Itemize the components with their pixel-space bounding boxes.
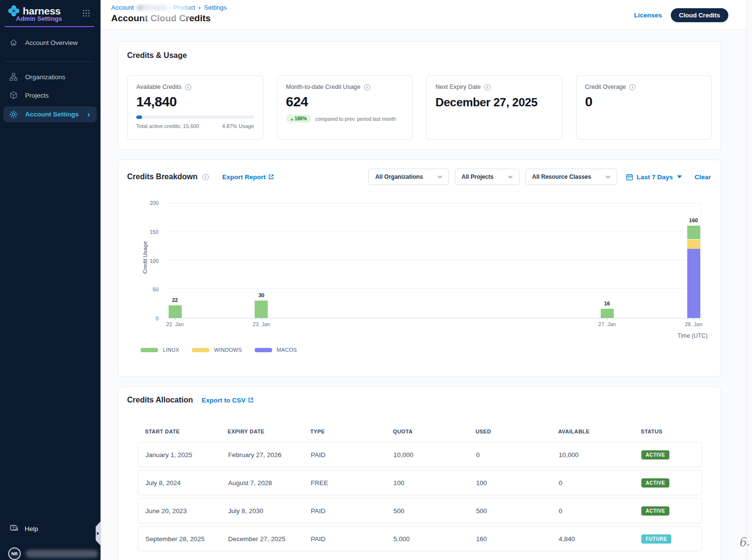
sidebar-item-account-settings[interactable]: Account Settings ›	[3, 106, 97, 122]
info-icon[interactable]: i	[364, 84, 370, 90]
table-row[interactable]: June 20, 2023July 8, 2030PAID5005000ACTI…	[138, 498, 702, 523]
credits-progress-fill	[136, 115, 142, 119]
legend-swatch-linux	[141, 348, 158, 352]
breadcrumb-settings[interactable]: Settings	[204, 4, 227, 11]
cloud-credits-button[interactable]: Cloud Credits	[671, 8, 728, 22]
legend-swatch-macos	[255, 348, 272, 352]
stat-label: Credit Overage	[585, 84, 626, 90]
info-icon[interactable]: i	[202, 174, 209, 180]
next-expiry-card: Next Expiry Date i December 27, 2025	[426, 75, 563, 140]
sidebar-item-account-overview[interactable]: Account Overview	[0, 34, 101, 51]
table-row[interactable]: July 8, 2024August 7, 2028FREE1001000ACT…	[138, 470, 702, 495]
user-row[interactable]: NB	[8, 547, 98, 560]
bar-segment-macos[interactable]	[687, 249, 700, 318]
breadcrumb-separator: ›	[198, 4, 202, 11]
redacted-account-name	[136, 5, 167, 11]
cell-available: 0	[559, 507, 641, 515]
page-header: Account - Product › Settings Account Clo…	[101, 0, 752, 30]
chart-x-axis: 22. Jan23. Jan27. Jan28. Jan	[167, 321, 701, 329]
y-tick-label: 150	[138, 229, 159, 235]
breadcrumb-account[interactable]: Account	[111, 4, 134, 11]
bar-segment-linux[interactable]	[687, 226, 700, 240]
x-tick-mark	[261, 318, 262, 320]
legend-item[interactable]: LINUX	[141, 347, 179, 353]
status-badge: ACTIVE	[641, 478, 669, 488]
trend-badge: ▲186%	[286, 115, 312, 123]
breadcrumb-product[interactable]: - Product	[170, 4, 195, 11]
redacted-user-name	[26, 550, 98, 558]
chart-y-axis: 050100150200	[138, 203, 163, 318]
bar-segment-linux[interactable]	[255, 301, 268, 318]
x-tick-label: 27. Jan	[588, 321, 626, 327]
legend-item[interactable]: WINDOWS	[192, 347, 242, 353]
column-header: TYPE	[310, 429, 393, 434]
legend-label: LINUX	[163, 347, 179, 353]
cell-type: PAID	[311, 535, 393, 543]
cube-icon	[9, 91, 18, 100]
usage-section-title: Credits & Usage	[127, 51, 712, 60]
stat-label: Next Expiry Date	[435, 84, 481, 90]
cell-quota: 10,000	[393, 451, 476, 459]
x-tick-label: 22. Jan	[156, 321, 194, 327]
bar-segment-linux[interactable]	[601, 309, 614, 318]
bar-value-label: 30	[252, 292, 271, 298]
allocation-section-title: Credits Allocation	[127, 396, 193, 404]
legend-item[interactable]: MACOS	[255, 347, 297, 353]
trend-note: compared to prev. period last month	[315, 116, 396, 122]
info-icon[interactable]: i	[185, 84, 191, 90]
mtd-usage-value: 624	[286, 94, 404, 110]
cell-used: 100	[476, 479, 559, 487]
gridline	[167, 231, 701, 231]
main-area: Account - Product › Settings Account Clo…	[101, 0, 752, 560]
credits-breakdown-panel: Credits Breakdown i Export Report All Or…	[118, 159, 721, 377]
scrollbar-track[interactable]	[747, 0, 752, 560]
info-icon[interactable]: i	[484, 84, 491, 90]
credit-overage-value: 0	[585, 94, 703, 110]
bar-segment-linux[interactable]	[169, 305, 182, 318]
org-chart-icon	[9, 72, 18, 81]
cell-type: PAID	[311, 451, 393, 459]
x-tick-mark	[694, 318, 694, 320]
svg-text:?: ?	[12, 526, 14, 530]
bar-value-label: 160	[684, 217, 703, 223]
filter-select[interactable]: All Organizations	[368, 169, 449, 185]
credit-overage-card: Credit Overage i 0	[576, 75, 712, 140]
chart-legend: LINUXWINDOWSMACOS	[141, 347, 297, 353]
date-range-label: Last 7 Days	[636, 173, 673, 181]
content: Credits & Usage Available Credits i 14,8…	[101, 30, 752, 560]
cell-start: September 28, 2025	[145, 535, 228, 543]
bar-segment-windows[interactable]	[687, 240, 700, 249]
date-range-filter[interactable]: Last 7 Days	[626, 173, 682, 181]
licenses-link[interactable]: Licenses	[634, 12, 662, 19]
total-active-credits: Total active credits: 15,600	[136, 123, 199, 129]
module-grid-icon[interactable]	[83, 10, 90, 19]
filter-select[interactable]: All Projects	[455, 169, 520, 185]
sidebar-collapse-handle[interactable]	[94, 521, 101, 548]
sidebar-item-projects[interactable]: Projects	[0, 87, 101, 103]
cell-expiry: August 7, 2028	[228, 479, 311, 487]
table-row[interactable]: September 28, 2025December 27, 2025PAID5…	[138, 526, 702, 551]
cell-expiry: December 27, 2025	[228, 535, 311, 543]
cell-start: July 8, 2024	[145, 479, 228, 487]
avatar[interactable]: NB	[8, 547, 21, 560]
filter-select[interactable]: All Resource Classes	[525, 169, 617, 185]
gear-icon	[9, 110, 18, 119]
external-link-icon	[248, 397, 254, 403]
x-tick-label: 28. Jan	[674, 321, 713, 327]
export-csv-link[interactable]: Export to CSV	[202, 397, 254, 404]
sidebar-item-organizations[interactable]: Organizations	[0, 69, 101, 85]
help-button[interactable]: ? Help	[10, 525, 38, 533]
credits-progress-track	[136, 115, 254, 119]
clear-filters-link[interactable]: Clear	[694, 173, 711, 181]
status-badge: ACTIVE	[641, 506, 669, 516]
column-header: EXPIRY DATE	[228, 429, 310, 434]
sidebar-divider	[5, 61, 94, 62]
legend-label: WINDOWS	[214, 347, 242, 353]
table-row[interactable]: January 1, 2025February 27, 2026PAID10,0…	[138, 442, 702, 467]
sidebar-item-label: Account Settings	[25, 111, 79, 118]
info-icon[interactable]: i	[629, 84, 636, 90]
stat-label: Month-to-date Credit Usage	[286, 84, 361, 90]
cell-used: 500	[476, 507, 559, 515]
column-header: USED	[476, 429, 558, 434]
export-report-link[interactable]: Export Report	[222, 173, 274, 181]
